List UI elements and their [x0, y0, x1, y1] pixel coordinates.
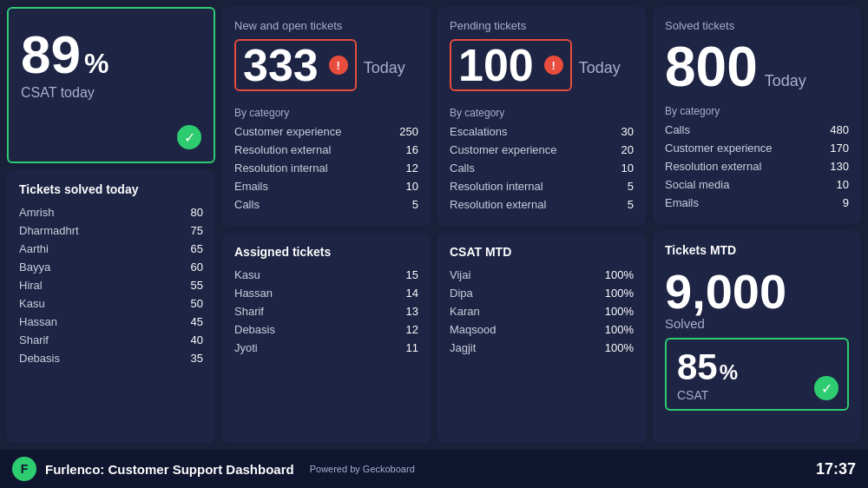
pending-by-category: By category [450, 107, 634, 119]
tickets-solved-today-panel: Tickets solved today Amrish80Dharmadhrt7… [7, 170, 215, 443]
footer-title: Furlenco: Customer Support Dashboard [45, 462, 294, 477]
pending-list: Escalations30Customer experience20Calls1… [450, 122, 634, 214]
tickets-solved-list: Amrish80Dharmadhrt75Aarthi65Bayya60Hiral… [19, 203, 203, 367]
new-open-title: New and open tickets [234, 19, 418, 32]
list-item: Escalations30 [450, 122, 634, 141]
csat-today-panel: 89 % CSAT today ✓ [7, 7, 215, 163]
footer-logo-icon: F [12, 457, 36, 481]
footer-time: 17:37 [816, 460, 856, 478]
solved-today-label: Today [765, 72, 806, 90]
list-item: Customer experience250 [234, 122, 418, 141]
list-item: Debasis12 [234, 320, 418, 339]
solved-list: Calls480Customer experience170Resolution… [665, 121, 849, 212]
list-item: Jyoti11 [234, 339, 418, 357]
list-item: Calls10 [450, 159, 634, 177]
new-open-by-category: By category [234, 107, 418, 119]
footer-subtitle: Powered by Geckoboard [310, 464, 415, 474]
list-item: Customer experience20 [450, 141, 634, 159]
assigned-list: Kasu15Hassan14Sharif13Debasis12Jyoti11 [234, 266, 418, 357]
csat-value: 89 [21, 28, 81, 82]
solved-by-category: By category [665, 105, 849, 117]
tickets-mtd-title: Tickets MTD [665, 243, 849, 257]
list-item: Kasu15 [234, 266, 418, 284]
mtd-csat-check-icon: ✓ [814, 376, 838, 400]
list-item: Bayya60 [19, 258, 203, 276]
list-item: Debasis35 [19, 349, 203, 367]
tickets-solved-title: Tickets solved today [19, 182, 203, 196]
mtd-solved-label: Solved [665, 316, 849, 331]
list-item: Vijai100% [450, 266, 634, 284]
new-open-today-label: Today [364, 59, 405, 77]
csat-check-icon: ✓ [177, 125, 201, 149]
csat-mtd-list: Vijai100%Dipa100%Karan100%Maqsood100%Jag… [450, 266, 634, 357]
list-item: Hassan14 [234, 284, 418, 302]
pending-today-label: Today [579, 59, 621, 77]
list-item: Resolution internal12 [234, 159, 418, 177]
list-item: Resolution external130 [665, 157, 849, 175]
list-item: Jagjit100% [450, 339, 634, 357]
list-item: Hassan45 [19, 313, 203, 331]
list-item: Emails9 [665, 194, 849, 212]
pending-tickets-panel: Pending tickets 100 ! Today By category … [437, 7, 646, 226]
assigned-tickets-panel: Assigned tickets Kasu15Hassan14Sharif13D… [222, 233, 431, 443]
list-item: Maqsood100% [450, 320, 634, 339]
list-item: Calls5 [234, 195, 418, 214]
list-item: Calls480 [665, 121, 849, 139]
footer-logo: F Furlenco: Customer Support Dashboard P… [12, 457, 415, 481]
pending-title: Pending tickets [450, 19, 634, 32]
mtd-csat-label: CSAT [677, 388, 837, 402]
list-item: Aarthi65 [19, 240, 203, 258]
list-item: Karan100% [450, 302, 634, 320]
pending-bordered: 100 ! [450, 39, 572, 91]
list-item: Resolution internal5 [450, 177, 634, 195]
list-item: Sharif13 [234, 302, 418, 320]
mtd-csat-box: 85 % CSAT ✓ [665, 338, 849, 411]
csat-label: CSAT today [21, 85, 201, 101]
assigned-title: Assigned tickets [234, 245, 418, 259]
csat-percent: % [84, 48, 108, 80]
solved-value: 800 [665, 39, 758, 95]
new-open-alert-icon: ! [329, 56, 348, 75]
mtd-value: 9,000 [665, 267, 786, 316]
list-item: Social media10 [665, 175, 849, 194]
footer: F Furlenco: Customer Support Dashboard P… [0, 450, 868, 488]
list-item: Emails10 [234, 177, 418, 195]
solved-title: Solved tickets [665, 19, 849, 32]
list-item: Resolution external16 [234, 141, 418, 159]
new-open-tickets-panel: New and open tickets 333 ! Today By cate… [222, 7, 431, 226]
new-open-value: 333 [243, 43, 319, 88]
mtd-csat-percent: % [720, 360, 738, 385]
pending-value: 100 [458, 43, 534, 88]
list-item: Kasu50 [19, 294, 203, 313]
list-item: Amrish80 [19, 203, 203, 221]
list-item: Dipa100% [450, 284, 634, 302]
list-item: Sharif40 [19, 331, 203, 349]
solved-tickets-panel: Solved tickets 800 Today By category Cal… [653, 7, 861, 224]
new-open-list: Customer experience250Resolution externa… [234, 122, 418, 214]
csat-mtd-panel: CSAT MTD Vijai100%Dipa100%Karan100%Maqso… [437, 233, 646, 443]
csat-mtd-title: CSAT MTD [450, 245, 634, 259]
tickets-mtd-panel: Tickets MTD 9,000 Solved 85 % CSAT ✓ [653, 231, 861, 443]
list-item: Customer experience170 [665, 139, 849, 157]
mtd-csat-value: 85 [677, 346, 718, 388]
new-open-bordered: 333 ! [234, 39, 357, 91]
list-item: Dharmadhrt75 [19, 221, 203, 240]
list-item: Hiral55 [19, 276, 203, 294]
list-item: Resolution external5 [450, 195, 634, 214]
pending-alert-icon: ! [544, 56, 563, 75]
